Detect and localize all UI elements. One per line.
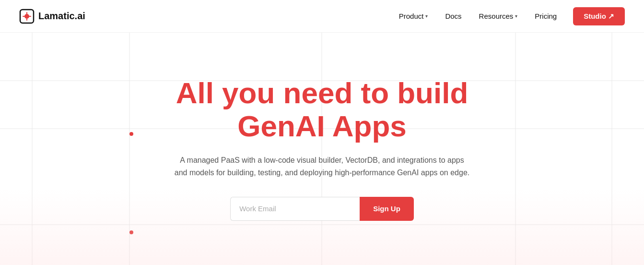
nav-pricing[interactable]: Pricing — [528, 8, 563, 24]
red-dot-left-bottom — [129, 230, 133, 234]
chevron-down-icon: ▾ — [425, 13, 428, 19]
chevron-down-icon: ▾ — [515, 13, 517, 19]
navbar: Lamatic.ai Product ▾ Docs Resources ▾ Pr… — [0, 0, 644, 33]
hero-section: All you need to build GenAI Apps A manag… — [0, 33, 644, 265]
nav-docs[interactable]: Docs — [438, 8, 468, 24]
logo-icon — [19, 9, 35, 24]
hero-title: All you need to build GenAI Apps — [174, 77, 471, 142]
email-input[interactable] — [230, 197, 360, 221]
studio-button[interactable]: Studio ↗ — [573, 7, 625, 25]
logo-text: Lamatic.ai — [38, 11, 85, 22]
svg-point-1 — [24, 14, 29, 19]
cta-row: Sign Up — [174, 197, 471, 221]
nav-resources[interactable]: Resources ▾ — [472, 8, 525, 24]
red-dot-left-top — [129, 132, 133, 136]
hero-subtitle: A managed PaaS with a low-code visual bu… — [174, 154, 471, 180]
nav-product[interactable]: Product ▾ — [392, 8, 435, 24]
hero-content: All you need to build GenAI Apps A manag… — [164, 77, 480, 220]
nav-links: Product ▾ Docs Resources ▾ Pricing Studi… — [392, 7, 625, 25]
signup-button[interactable]: Sign Up — [360, 197, 414, 221]
logo-link[interactable]: Lamatic.ai — [19, 9, 85, 24]
